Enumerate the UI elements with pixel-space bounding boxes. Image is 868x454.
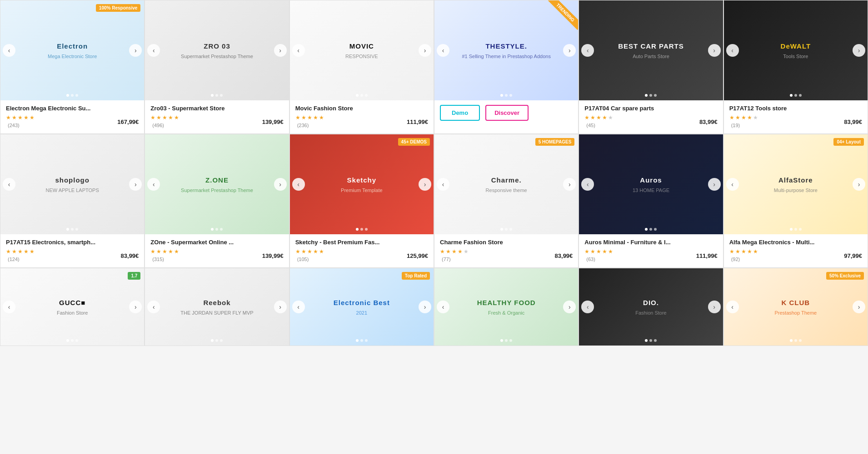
card-image[interactable]: Z.ONE Supermarket Prestashop Theme ‹ › bbox=[145, 134, 289, 234]
trending-badge: TRENDING bbox=[542, 0, 578, 37]
next-button[interactable]: › bbox=[129, 44, 142, 57]
prev-button[interactable]: ‹ bbox=[147, 44, 160, 57]
prev-button[interactable]: ‹ bbox=[147, 301, 160, 313]
next-button[interactable]: › bbox=[419, 44, 431, 57]
carousel-dots bbox=[356, 94, 368, 97]
prev-button[interactable]: ‹ bbox=[292, 178, 305, 191]
next-button[interactable]: › bbox=[563, 178, 576, 191]
card-image[interactable]: Charme. Responsive theme 5 HOMEPAGES ‹ › bbox=[434, 134, 578, 234]
theme-label: Auros bbox=[640, 176, 662, 184]
card-image[interactable]: MOVIC RESPONSIVE ‹ › bbox=[290, 0, 434, 100]
prev-button[interactable]: ‹ bbox=[437, 301, 449, 313]
prev-button[interactable]: ‹ bbox=[3, 301, 15, 313]
theme-label: THESTYLE. bbox=[485, 42, 527, 50]
review-count: (124) bbox=[8, 257, 20, 262]
product-card-zone: Z.ONE Supermarket Prestashop Theme ‹ › Z… bbox=[145, 134, 289, 268]
star-rating: ★★★★★ bbox=[295, 248, 324, 255]
prev-button[interactable]: ‹ bbox=[581, 178, 594, 191]
next-button[interactable]: › bbox=[563, 44, 576, 57]
next-button[interactable]: › bbox=[274, 301, 287, 313]
product-card-healthy: HEALTHY FOOD Fresh & Organic ‹ › bbox=[434, 268, 579, 346]
review-count: (105) bbox=[297, 257, 309, 262]
next-button[interactable]: › bbox=[708, 301, 721, 313]
carousel-dots bbox=[790, 94, 802, 97]
product-card-dio: DIO. Fashion Store ‹ › bbox=[579, 268, 723, 346]
star-rating: ★★★★★ bbox=[6, 114, 35, 121]
star-rating: ★★★★★ bbox=[295, 114, 324, 121]
next-button[interactable]: › bbox=[853, 178, 865, 191]
prev-button[interactable]: ‹ bbox=[437, 44, 449, 57]
prev-button[interactable]: ‹ bbox=[292, 301, 305, 313]
prev-button[interactable]: ‹ bbox=[292, 44, 305, 57]
next-button[interactable]: › bbox=[129, 178, 142, 191]
carousel-dots bbox=[211, 94, 223, 97]
next-button[interactable]: › bbox=[563, 301, 576, 313]
next-button[interactable]: › bbox=[853, 44, 865, 57]
card-title: Charme Fashion Store bbox=[440, 239, 573, 246]
card-info: Sketchy - Best Premium Fas... ★★★★★ (105… bbox=[290, 234, 434, 267]
card-footer: ★★★★★ (92) 97,99€ bbox=[729, 248, 862, 263]
carousel-dots bbox=[500, 339, 512, 342]
card-image[interactable]: ZRO 03 Supermarket Prestashop Theme ‹ › bbox=[145, 0, 289, 100]
demo-button[interactable]: Demo bbox=[440, 105, 480, 121]
card-image[interactable]: AlfaStore Multi-purpose Store 04+ Layout… bbox=[724, 134, 868, 234]
card-image[interactable]: DeWALT Tools Store ‹ › bbox=[724, 0, 868, 100]
review-count: (496) bbox=[152, 123, 164, 128]
card-image[interactable]: shoplogo NEW APPLE LAPTOPS ‹ › bbox=[0, 134, 144, 234]
product-card-p17at12: DeWALT Tools Store ‹ › P17AT12 Tools sto… bbox=[723, 0, 868, 134]
prev-button[interactable]: ‹ bbox=[726, 178, 739, 191]
theme-label: AlfaStore bbox=[778, 176, 813, 184]
card-image[interactable]: Auros 13 HOME PAGE ‹ › bbox=[579, 134, 723, 234]
card-image[interactable]: Sketchy Premium Template 45+ DEMOS ‹ › bbox=[290, 134, 434, 234]
card-image[interactable]: DIO. Fashion Store ‹ › bbox=[579, 268, 723, 345]
card-image[interactable]: BEST CAR PARTS Auto Parts Store ‹ › bbox=[579, 0, 723, 100]
theme-sublabel: RESPONSIVE bbox=[345, 54, 378, 59]
prev-button[interactable]: ‹ bbox=[581, 301, 594, 313]
prev-button[interactable]: ‹ bbox=[726, 44, 739, 57]
prev-button[interactable]: ‹ bbox=[726, 301, 739, 313]
card-footer: ★★★★★ (315) 139,99€ bbox=[150, 248, 283, 263]
prev-button[interactable]: ‹ bbox=[3, 178, 15, 191]
next-button[interactable]: › bbox=[419, 178, 431, 191]
card-title: ZOne - Supermarket Online ... bbox=[150, 239, 283, 246]
carousel-dots bbox=[356, 228, 368, 231]
card-title: Auros Minimal - Furniture & I... bbox=[584, 239, 717, 246]
rating-section: ★★★★★ (236) bbox=[295, 114, 324, 129]
rating-section: ★★★★★ (243) bbox=[6, 114, 35, 129]
prev-button[interactable]: ‹ bbox=[3, 44, 15, 57]
product-card-zro03: ZRO 03 Supermarket Prestashop Theme ‹ › … bbox=[145, 0, 289, 134]
theme-sublabel: Fashion Store bbox=[635, 310, 666, 316]
theme-label: GUCC■ bbox=[59, 299, 85, 306]
badge: 100% Responsive bbox=[96, 4, 141, 12]
product-card-thestyle: THESTYLE. #1 Selling Theme in Prestashop… bbox=[434, 0, 579, 134]
prev-button[interactable]: ‹ bbox=[437, 178, 449, 191]
next-button[interactable]: › bbox=[419, 301, 431, 313]
theme-sublabel: Supermarket Prestashop Theme bbox=[181, 54, 253, 59]
badge: 5 HOMEPAGES bbox=[535, 138, 575, 146]
prev-button[interactable]: ‹ bbox=[581, 44, 594, 57]
card-image[interactable]: GUCC■ Fashion Store 1.7 ‹ › bbox=[0, 268, 144, 345]
card-info: Movic Fashion Store ★★★★★ (236) 111,99€ bbox=[290, 100, 434, 133]
next-button[interactable]: › bbox=[708, 44, 721, 57]
card-image[interactable]: THESTYLE. #1 Selling Theme in Prestashop… bbox=[434, 0, 578, 100]
card-image[interactable]: Electron Mega Electronic Store 100% Resp… bbox=[0, 0, 144, 100]
card-title: Zro03 - Supermarket Store bbox=[150, 105, 283, 112]
card-image[interactable]: Reebok THE JORDAN SUPER FLY MVP ‹ › bbox=[145, 268, 289, 345]
review-count: (19) bbox=[731, 123, 740, 128]
discover-button[interactable]: Discover bbox=[485, 105, 529, 121]
product-card-charme: Charme. Responsive theme 5 HOMEPAGES ‹ ›… bbox=[434, 134, 579, 268]
prev-button[interactable]: ‹ bbox=[147, 178, 160, 191]
card-info: P17AT04 Car spare parts ★★★★★ (45) 83,99… bbox=[579, 100, 723, 133]
next-button[interactable]: › bbox=[274, 44, 287, 57]
review-count: (236) bbox=[297, 123, 309, 128]
card-image[interactable]: K CLUB Prestashop Theme 50% Exclusive ‹ … bbox=[724, 268, 868, 345]
next-button[interactable]: › bbox=[708, 178, 721, 191]
card-image[interactable]: HEALTHY FOOD Fresh & Organic ‹ › bbox=[434, 268, 578, 345]
card-image[interactable]: Electronic Best 2021 Top Rated ‹ › bbox=[290, 268, 434, 345]
next-button[interactable]: › bbox=[274, 178, 287, 191]
theme-label: Z.ONE bbox=[205, 176, 229, 184]
theme-sublabel: THE JORDAN SUPER FLY MVP bbox=[180, 310, 253, 316]
next-button[interactable]: › bbox=[129, 301, 142, 313]
carousel-dots bbox=[645, 339, 657, 342]
next-button[interactable]: › bbox=[853, 301, 865, 313]
